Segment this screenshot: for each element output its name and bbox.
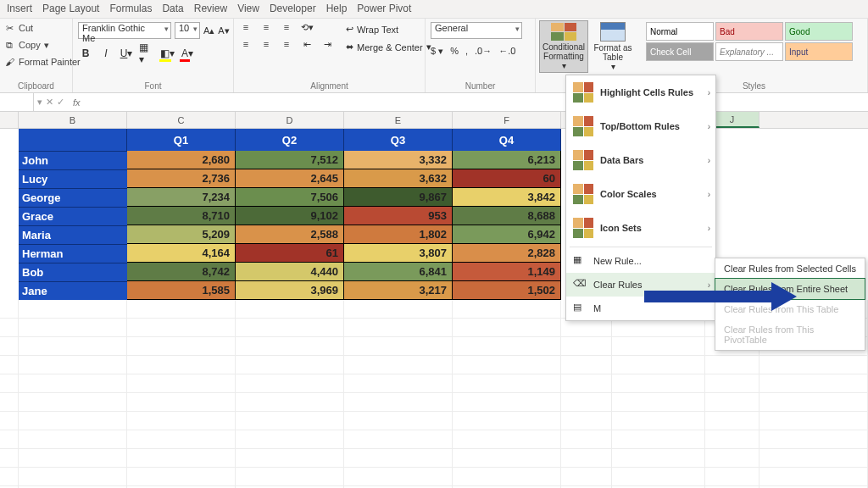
increase-decimal-icon[interactable]: .0→ (475, 46, 492, 57)
increase-indent-icon[interactable]: ⇥ (319, 37, 336, 51)
decrease-indent-icon[interactable]: ⇤ (298, 37, 315, 51)
tab-view[interactable]: View (237, 3, 259, 14)
table-cell[interactable]: 61 (236, 244, 344, 263)
col-header-b[interactable]: B (19, 112, 127, 128)
cell-styles-gallery[interactable]: NormalBadGoodCheck CellExplanatory ...In… (646, 22, 853, 61)
tab-review[interactable]: Review (194, 3, 227, 14)
table-cell[interactable]: 8,742 (127, 263, 236, 281)
clear-rules-selected-cells[interactable]: Clear Rules from Selected Cells (715, 258, 865, 279)
cf-menu-item[interactable]: Top/Bottom Rules› (566, 109, 715, 143)
percent-format-icon[interactable]: % (450, 46, 459, 57)
table-cell[interactable]: 7,506 (236, 188, 344, 207)
increase-font-icon[interactable]: A▴ (203, 25, 214, 36)
table-cell[interactable]: 6,841 (344, 263, 453, 281)
conditional-formatting-button[interactable]: Conditional Formatting ▾ (539, 20, 588, 73)
table-cell[interactable]: 6,213 (453, 151, 561, 169)
tab-developer[interactable]: Developer (270, 3, 316, 14)
style-cell[interactable]: Explanatory ... (715, 42, 783, 61)
number-format-select[interactable]: General (431, 22, 522, 39)
bold-button[interactable]: B (78, 46, 93, 61)
table-cell[interactable]: 1,585 (127, 281, 236, 300)
underline-button[interactable]: U ▾ (119, 46, 134, 61)
table-cell[interactable]: 7,234 (127, 188, 236, 207)
style-cell[interactable]: Good (785, 22, 853, 41)
decrease-font-icon[interactable]: A▾ (218, 25, 229, 36)
tab-page-layout[interactable]: Page Layout (42, 3, 99, 14)
table-cell[interactable]: 3,842 (453, 188, 561, 207)
style-cell[interactable]: Check Cell (646, 42, 714, 61)
table-cell[interactable]: 8,688 (453, 207, 561, 225)
col-header-f[interactable]: F (453, 112, 561, 128)
table-cell[interactable]: 9,102 (236, 207, 344, 225)
tab-formulas[interactable]: Formulas (109, 3, 152, 14)
table-cell[interactable]: 3,332 (344, 151, 453, 169)
col-header-e[interactable]: E (344, 112, 453, 128)
align-left-icon[interactable]: ≡ (237, 37, 254, 51)
tab-help[interactable]: Help (326, 3, 348, 14)
orientation-icon[interactable]: ⟲▾ (298, 20, 315, 34)
align-bottom-icon[interactable]: ≡ (278, 20, 295, 34)
borders-button[interactable]: ▦ ▾ (139, 46, 154, 61)
accounting-format-icon[interactable]: $ ▾ (431, 46, 443, 57)
cut-button[interactable]: ✂Cut (3, 20, 81, 36)
cf-menu-item[interactable]: Data Bars› (566, 143, 715, 177)
copy-button[interactable]: ⧉Copy ▾ (3, 37, 81, 53)
alignment-group-label: Alignment (237, 80, 421, 92)
number-group-label: Number (429, 80, 531, 92)
table-cell[interactable]: 3,632 (344, 169, 453, 188)
table-cell[interactable]: 1,149 (453, 263, 561, 281)
italic-button[interactable]: I (98, 46, 114, 61)
new-rule-item[interactable]: ▦New Rule... (566, 249, 715, 273)
worksheet[interactable]: B C D E F I J Q1Q2Q3Q4 John2,6807,5123,3… (0, 112, 868, 129)
table-cell[interactable]: 6,942 (453, 225, 561, 244)
table-cell[interactable]: 2,828 (453, 244, 561, 263)
align-right-icon[interactable]: ≡ (278, 37, 295, 51)
table-cell[interactable]: 2,680 (127, 151, 236, 169)
table-cell[interactable]: 2,736 (127, 169, 236, 188)
merge-center-button[interactable]: ⬌Merge & Center ▾ (342, 40, 435, 54)
fx-icon[interactable]: fx (68, 97, 86, 108)
name-box[interactable] (0, 93, 34, 111)
format-painter-button[interactable]: 🖌Format Painter (3, 54, 81, 69)
table-cell[interactable]: 5,209 (127, 225, 236, 244)
font-size-select[interactable]: 10 (175, 22, 200, 39)
style-cell[interactable]: Input (785, 42, 853, 61)
align-middle-icon[interactable]: ≡ (258, 20, 275, 34)
table-cell[interactable]: 7,512 (236, 151, 344, 169)
style-cell[interactable]: Bad (715, 22, 783, 41)
format-as-table-button[interactable]: Format as Table ▾ (588, 20, 637, 73)
font-color-button[interactable]: A ▾ (180, 46, 195, 61)
table-cell[interactable]: 9,867 (344, 188, 453, 207)
table-cell[interactable]: 3,969 (236, 281, 344, 300)
font-name-select[interactable]: Franklin Gothic Me (78, 22, 171, 39)
comma-format-icon[interactable]: , (465, 46, 468, 57)
align-top-icon[interactable]: ≡ (237, 20, 254, 34)
table-cell[interactable]: 3,807 (344, 244, 453, 263)
table-cell[interactable]: 8,710 (127, 207, 236, 225)
table-cell[interactable]: 1,502 (453, 281, 561, 300)
cf-menu-item[interactable]: Icon Sets› (566, 211, 715, 245)
cf-menu-item[interactable]: Highlight Cells Rules› (566, 75, 715, 109)
align-center-icon[interactable]: ≡ (258, 37, 275, 51)
table-cell[interactable]: 2,588 (236, 225, 344, 244)
cf-menu-item[interactable]: Color Scales› (566, 177, 715, 211)
col-header-c[interactable]: C (127, 112, 236, 128)
table-cell[interactable]: 60 (453, 169, 561, 188)
wrap-text-button[interactable]: ↩Wrap Text (342, 22, 435, 36)
decrease-decimal-icon[interactable]: ←.0 (498, 46, 515, 57)
table-cell[interactable]: 2,645 (236, 169, 344, 188)
tab-power-pivot[interactable]: Power Pivot (357, 3, 411, 14)
table-cell[interactable]: 953 (344, 207, 453, 225)
fill-color-button[interactable]: ◧ ▾ (159, 46, 175, 61)
style-cell[interactable]: Normal (646, 22, 714, 41)
copy-icon: ⧉ (3, 39, 15, 51)
font-group-label: Font (76, 80, 230, 92)
tab-insert[interactable]: Insert (7, 3, 32, 14)
tab-data[interactable]: Data (162, 3, 183, 14)
table-cell[interactable]: 4,440 (236, 263, 344, 281)
col-header-d[interactable]: D (236, 112, 344, 128)
table-cell[interactable]: 4,164 (127, 244, 236, 263)
clipboard-group-label: Clipboard (3, 80, 69, 92)
table-cell[interactable]: 1,802 (344, 225, 453, 244)
table-cell[interactable]: 3,217 (344, 281, 453, 300)
